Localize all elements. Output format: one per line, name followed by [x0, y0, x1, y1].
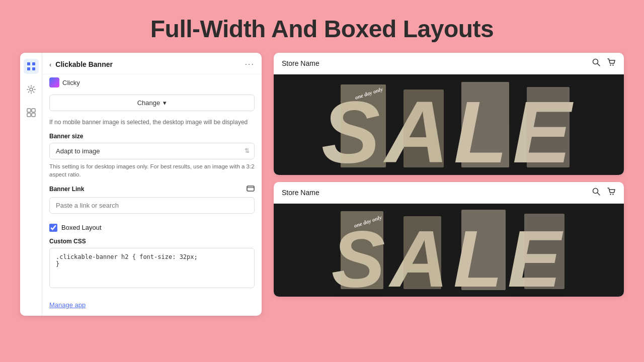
left-panel: ‹ Clickable Banner ··· Clicky Change ▾ I…	[20, 53, 262, 316]
sidebar-icon-settings[interactable]	[24, 82, 39, 97]
back-button[interactable]: ‹	[49, 61, 51, 68]
link-icon[interactable]	[247, 185, 255, 194]
svg-rect-9	[247, 186, 254, 191]
app-badge: Clicky	[42, 74, 262, 93]
svg-point-27	[612, 194, 613, 195]
change-button[interactable]: Change ▾	[49, 95, 255, 111]
banner-size-hint: This setting is for desktop images only.…	[49, 162, 255, 178]
manage-app-link[interactable]: Manage app	[42, 296, 262, 316]
cart-icon-1[interactable]	[607, 58, 616, 69]
sidebar-icon-apps[interactable]	[24, 105, 39, 120]
svg-rect-21	[461, 82, 509, 167]
chevron-down-icon: ▾	[163, 99, 167, 107]
banner-size-select-wrapper: Adapt to image Small Medium Large Full s…	[49, 143, 255, 159]
svg-point-26	[610, 194, 611, 195]
preview-image-1: SALE one day only	[274, 74, 624, 175]
svg-rect-0	[27, 62, 30, 65]
main-content: ‹ Clickable Banner ··· Clicky Change ▾ I…	[0, 53, 644, 316]
preview-header-icons-2	[592, 187, 616, 198]
svg-rect-6	[32, 109, 35, 112]
preview-header-1: Store Name	[274, 53, 624, 74]
sidebar	[20, 53, 42, 316]
preview-card-fullwidth: Store Name	[274, 53, 624, 175]
panel-content: ‹ Clickable Banner ··· Clicky Change ▾ I…	[42, 53, 262, 316]
more-options-button[interactable]: ···	[245, 60, 255, 69]
panel-title: Clickable Banner	[55, 60, 113, 68]
banner-link-header: Banner Link	[49, 185, 255, 194]
svg-point-4	[30, 88, 33, 91]
svg-rect-22	[527, 87, 570, 167]
svg-rect-5	[27, 109, 31, 112]
store-name-1: Store Name	[282, 59, 319, 67]
boxed-layout-row: Boxed Layout	[42, 220, 262, 238]
store-name-2: Store Name	[282, 189, 319, 197]
banner-size-select[interactable]: Adapt to image Small Medium Large Full s…	[49, 143, 255, 159]
custom-css-section: Custom CSS .clickable-banner h2 { font-s…	[42, 238, 262, 296]
svg-rect-20	[404, 89, 444, 167]
custom-css-label: Custom CSS	[49, 238, 255, 245]
preview-header-2: Store Name	[274, 182, 624, 204]
svg-rect-7	[27, 113, 31, 117]
right-panel: Store Name	[274, 53, 624, 297]
svg-line-12	[598, 64, 600, 66]
boxed-layout-checkbox[interactable]	[49, 224, 57, 232]
mobile-notice: If no mobile banner image is selected, t…	[42, 118, 262, 133]
search-icon-2[interactable]	[592, 187, 601, 198]
panel-header-left: ‹ Clickable Banner	[49, 60, 113, 68]
banner-size-label: Banner size	[49, 133, 255, 140]
app-name: Clicky	[62, 79, 80, 86]
svg-line-25	[598, 193, 600, 196]
svg-rect-8	[32, 113, 35, 117]
banner-link-input[interactable]	[49, 197, 255, 214]
banner-size-section: Banner size Adapt to image Small Medium …	[42, 133, 262, 185]
preview-image-2: SALE one day only	[274, 204, 624, 297]
svg-rect-3	[32, 67, 35, 70]
boxed-layout-label: Boxed Layout	[61, 224, 102, 231]
custom-css-textarea[interactable]: .clickable-banner h2 { font-size: 32px; …	[49, 248, 255, 288]
preview-card-boxed: Store Name	[274, 182, 624, 297]
svg-point-14	[612, 64, 613, 65]
page-title: Full-Width And Boxed Layouts	[0, 0, 644, 53]
app-icon	[49, 77, 59, 87]
banner-link-label: Banner Link	[49, 186, 84, 193]
svg-rect-33	[461, 210, 506, 290]
banner-link-section: Banner Link	[42, 185, 262, 220]
panel-header: ‹ Clickable Banner ···	[42, 53, 262, 74]
svg-point-13	[610, 64, 611, 65]
svg-rect-32	[404, 216, 441, 289]
search-icon-1[interactable]	[592, 58, 601, 69]
sidebar-icon-grid[interactable]	[24, 59, 39, 74]
svg-rect-1	[32, 62, 35, 65]
preview-header-icons-1	[592, 58, 616, 69]
cart-icon-2[interactable]	[607, 187, 616, 198]
svg-rect-2	[27, 67, 30, 70]
svg-rect-34	[524, 214, 565, 289]
